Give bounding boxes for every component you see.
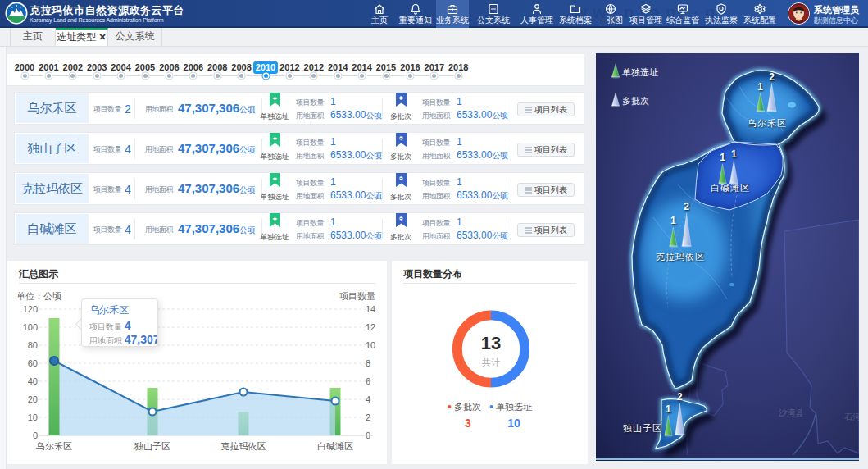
svg-text:6: 6 [366, 376, 370, 386]
svg-text:1: 1 [757, 81, 763, 93]
svg-text:10: 10 [28, 412, 38, 422]
svg-text:1: 1 [731, 148, 737, 160]
svg-text:独山子区: 独山子区 [134, 441, 170, 451]
svg-text:独山子区: 独山子区 [623, 423, 662, 433]
svg-text:20: 20 [28, 394, 38, 404]
svg-text:0: 0 [366, 430, 370, 440]
svg-text:白碱滩区: 白碱滩区 [317, 441, 353, 451]
svg-text:100: 100 [23, 322, 38, 332]
svg-text:13: 13 [481, 333, 501, 353]
svg-text:2: 2 [769, 71, 775, 83]
svg-text:石河子: 石河子 [844, 412, 859, 421]
svg-text:4: 4 [366, 394, 370, 404]
svg-text:2: 2 [684, 201, 689, 212]
svg-text:8: 8 [366, 358, 370, 368]
svg-text:40: 40 [28, 376, 38, 386]
svg-text:2: 2 [677, 391, 683, 403]
svg-text:14: 14 [366, 304, 375, 314]
svg-text:沙湾县: 沙湾县 [779, 408, 804, 417]
svg-text:1: 1 [720, 152, 725, 163]
svg-text:120: 120 [23, 304, 38, 314]
svg-text:共计: 共计 [481, 357, 500, 367]
svg-text:1: 1 [670, 215, 676, 226]
svg-text:10: 10 [366, 340, 375, 350]
svg-text:1: 1 [666, 403, 671, 415]
svg-text:克拉玛依区: 克拉玛依区 [656, 252, 705, 262]
svg-text:12: 12 [366, 322, 375, 332]
svg-text:多批次: 多批次 [622, 96, 649, 106]
svg-text:60: 60 [28, 358, 38, 368]
svg-text:白碱滩区: 白碱滩区 [711, 183, 750, 193]
svg-text:2: 2 [366, 412, 370, 422]
svg-text:0: 0 [33, 430, 38, 440]
svg-text:乌尔禾区: 乌尔禾区 [747, 118, 787, 128]
svg-text:80: 80 [28, 340, 38, 350]
svg-text:克拉玛依区: 克拉玛依区 [221, 441, 266, 451]
svg-text:单独选址: 单独选址 [622, 67, 658, 77]
svg-text:乌尔禾区: 乌尔禾区 [35, 441, 72, 451]
